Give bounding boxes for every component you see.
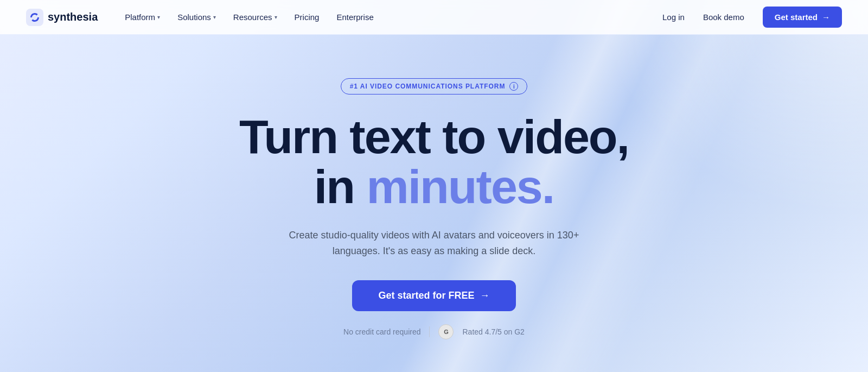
- nav-item-resources[interactable]: Resources ▾: [226, 8, 285, 26]
- badge-text: #1 AI VIDEO COMMUNICATIONS PLATFORM: [350, 83, 506, 90]
- g2-rating: Rated 4.7/5 on G2: [462, 327, 524, 336]
- nav-links: Platform ▾ Solutions ▾ Resources ▾ Prici…: [117, 8, 381, 26]
- chevron-down-icon: ▾: [275, 14, 277, 20]
- login-link[interactable]: Log in: [662, 12, 685, 22]
- social-proof: No credit card required G Rated 4.7/5 on…: [343, 324, 525, 339]
- hero-section: #1 AI VIDEO COMMUNICATIONS PLATFORM i Tu…: [0, 35, 868, 339]
- arrow-icon: →: [822, 12, 830, 22]
- no-card-text: No credit card required: [343, 327, 420, 336]
- logo[interactable]: synthesia: [26, 9, 98, 26]
- logo-text: synthesia: [48, 11, 98, 23]
- hero-subtitle: Create studio-quality videos with AI ava…: [277, 228, 591, 259]
- hero-title: Turn text to video, in minutes.: [239, 112, 629, 212]
- navbar: synthesia Platform ▾ Solutions ▾ Resourc…: [0, 0, 868, 35]
- cta-button[interactable]: Get started for FREE →: [352, 280, 515, 311]
- nav-item-solutions[interactable]: Solutions ▾: [170, 8, 224, 26]
- chevron-down-icon: ▾: [157, 14, 160, 20]
- svg-rect-0: [26, 9, 43, 26]
- arrow-icon: →: [480, 290, 490, 301]
- nav-item-platform[interactable]: Platform ▾: [117, 8, 168, 26]
- nav-left: synthesia Platform ▾ Solutions ▾ Resourc…: [26, 8, 381, 26]
- get-started-button[interactable]: Get started →: [763, 7, 842, 28]
- info-icon[interactable]: i: [509, 82, 518, 91]
- nav-item-pricing[interactable]: Pricing: [287, 8, 327, 26]
- logo-icon: [26, 9, 43, 26]
- chevron-down-icon: ▾: [213, 14, 216, 20]
- nav-right: Log in Book demo Get started →: [662, 7, 842, 28]
- hero-badge: #1 AI VIDEO COMMUNICATIONS PLATFORM i: [341, 78, 528, 94]
- nav-item-enterprise[interactable]: Enterprise: [329, 8, 381, 26]
- book-demo-button[interactable]: Book demo: [695, 8, 752, 26]
- divider: [429, 326, 430, 337]
- g2-badge: G: [438, 324, 454, 339]
- minutes-text: minutes.: [366, 160, 554, 213]
